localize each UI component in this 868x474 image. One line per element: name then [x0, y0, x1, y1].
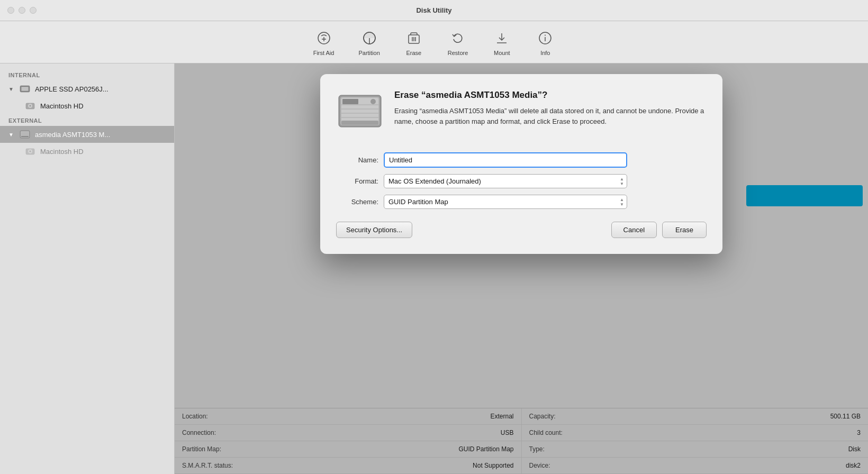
- security-options-button[interactable]: Security Options...: [336, 222, 412, 238]
- first-aid-label: First Aid: [313, 50, 334, 56]
- window-title: Disk Utility: [416, 6, 451, 14]
- volume-icon-external: [24, 145, 36, 157]
- svg-rect-34: [341, 121, 378, 125]
- sidebar: Internal ▼ APPLE SSD AP0256J... Macintos…: [0, 63, 175, 474]
- title-bar: Disk Utility: [0, 0, 868, 21]
- scheme-select-wrapper: GUID Partition Map Master Boot Record Ap…: [384, 195, 627, 209]
- macintosh-hd-external-label: Macintosh HD: [40, 148, 84, 156]
- partition-label: Partition: [358, 50, 379, 56]
- name-input[interactable]: [384, 152, 627, 168]
- scheme-select[interactable]: GUID Partition Map Master Boot Record Ap…: [384, 195, 627, 209]
- disk-icon: [19, 83, 31, 95]
- minimize-button[interactable]: [19, 7, 25, 14]
- svg-rect-24: [21, 136, 29, 137]
- close-button[interactable]: [7, 7, 14, 14]
- info-label: Info: [540, 50, 550, 56]
- restore-button[interactable]: Restore: [438, 25, 478, 59]
- modal-disk-icon: [336, 90, 384, 138]
- external-disk-icon: [19, 129, 31, 140]
- format-select[interactable]: Mac OS Extended (Journaled) Mac OS Exten…: [384, 174, 627, 188]
- partition-icon: [360, 29, 379, 48]
- volume-icon: [24, 100, 36, 112]
- macintosh-hd-internal-label: Macintosh HD: [40, 102, 84, 110]
- mount-button[interactable]: Mount: [483, 25, 521, 59]
- apple-ssd-label: APPLE SSD AP0256J...: [35, 85, 108, 93]
- format-row: Format: Mac OS Extended (Journaled) Mac …: [336, 174, 707, 188]
- main-layout: Internal ▼ APPLE SSD AP0256J... Macintos…: [0, 63, 868, 474]
- first-aid-icon: [314, 29, 333, 48]
- sidebar-item-macintosh-hd-external[interactable]: Macintosh HD: [0, 143, 174, 160]
- modal-header: Erase “asmedia ASMT1053 Media”? Erasing …: [336, 90, 707, 138]
- info-icon: [536, 29, 555, 48]
- svg-point-30: [30, 151, 31, 152]
- sidebar-item-apple-ssd[interactable]: ▼ APPLE SSD AP0256J...: [0, 80, 174, 97]
- mount-icon: [492, 29, 511, 48]
- svg-point-13: [545, 34, 546, 35]
- sidebar-item-macintosh-hd-internal[interactable]: Macintosh HD: [0, 97, 174, 114]
- internal-section-label: Internal: [0, 69, 174, 80]
- erase-modal: Erase “asmedia ASMT1053 Media”? Erasing …: [320, 74, 722, 254]
- modal-text: Erase “asmedia ASMT1053 Media”? Erasing …: [394, 90, 707, 126]
- info-button[interactable]: Info: [526, 25, 564, 59]
- name-label: Name:: [336, 156, 378, 164]
- modal-description: Erasing “asmedia ASMT1053 Media” will de…: [394, 106, 707, 126]
- toolbar: First Aid Partition Erase: [0, 21, 868, 63]
- partition-button[interactable]: Partition: [349, 25, 389, 59]
- traffic-lights: [7, 7, 37, 14]
- erase-confirm-button[interactable]: Erase: [662, 222, 707, 238]
- chevron-down-icon: ▼: [8, 86, 14, 92]
- svg-point-21: [30, 105, 31, 107]
- svg-rect-39: [342, 99, 358, 104]
- modal-form: Name: Format: Mac OS Extended (Journaled…: [336, 152, 707, 209]
- name-row: Name:: [336, 152, 707, 168]
- format-label: Format:: [336, 177, 378, 185]
- svg-point-40: [370, 99, 376, 104]
- restore-icon: [448, 29, 467, 48]
- sidebar-item-asmedia[interactable]: ▼ asmedia ASMT1053 M...: [0, 126, 174, 143]
- external-section-label: External: [0, 114, 174, 126]
- svg-rect-16: [22, 87, 28, 90]
- cancel-button[interactable]: Cancel: [611, 222, 657, 238]
- modal-buttons: Security Options... Cancel Erase: [336, 222, 707, 238]
- maximize-button[interactable]: [30, 7, 37, 14]
- confirm-buttons: Cancel Erase: [611, 222, 707, 238]
- erase-icon: [404, 29, 423, 48]
- format-select-wrapper: Mac OS Extended (Journaled) Mac OS Exten…: [384, 174, 627, 188]
- first-aid-button[interactable]: First Aid: [304, 25, 344, 59]
- chevron-down-icon-external: ▼: [8, 132, 14, 138]
- asmedia-label: asmedia ASMT1053 M...: [35, 131, 110, 139]
- scheme-row: Scheme: GUID Partition Map Master Boot R…: [336, 195, 707, 209]
- modal-title: Erase “asmedia ASMT1053 Media”?: [394, 90, 707, 101]
- erase-button[interactable]: Erase: [395, 25, 433, 59]
- restore-label: Restore: [448, 50, 468, 56]
- mount-label: Mount: [494, 50, 510, 56]
- modal-overlay: Erase “asmedia ASMT1053 Media”? Erasing …: [175, 63, 868, 474]
- scheme-label: Scheme:: [336, 198, 378, 206]
- content-area: Location: External Capacity: 500.11 GB C…: [175, 63, 868, 474]
- erase-label: Erase: [406, 50, 421, 56]
